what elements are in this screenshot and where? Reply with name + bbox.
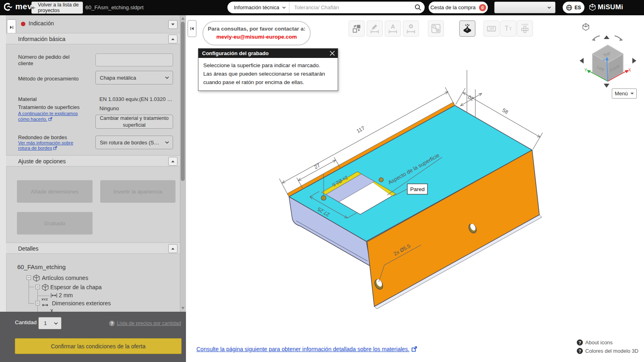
basic-info-collapse-button[interactable] <box>168 35 178 43</box>
project-select[interactable] <box>494 2 555 13</box>
external-link-icon <box>48 117 52 121</box>
viewcube-menu-button[interactable]: Menú <box>612 88 637 99</box>
chevron-up-icon <box>171 38 175 40</box>
chevron-up-icon <box>171 160 175 162</box>
misumi-brand: MiSUMi <box>589 3 623 11</box>
order-number-label-line1: Número de pedido del <box>18 54 70 60</box>
edge-rounding-link-line1[interactable]: Ver más información sobre <box>18 140 73 145</box>
rotate-right-step-arrow[interactable] <box>632 58 636 64</box>
expand-right-icon <box>10 25 14 29</box>
rotate-down-arrow[interactable] <box>604 84 609 88</box>
rotate-up-arrow[interactable] <box>604 35 609 39</box>
menu-label: Menú <box>615 90 628 97</box>
dim-58: 58 <box>501 107 509 115</box>
about-icons-link[interactable]: ? About icons <box>577 339 613 346</box>
quantity-value: 1 <box>44 320 47 326</box>
materials-info-link[interactable]: Consulte la página siguiente para obtene… <box>196 346 417 352</box>
tree-collapse-toggle[interactable] <box>27 276 31 280</box>
rotate-left-step-arrow[interactable] <box>580 58 584 64</box>
section-options: Ajuste de opciones <box>6 155 180 167</box>
edge-rounding-value: Sin rotura de bordes (S… <box>100 140 159 146</box>
confirm-offer-button[interactable]: Confirmar las condiciones de la oferta <box>15 338 182 354</box>
edge-rounding-select[interactable]: Sin rotura de bordes (S… <box>95 136 173 149</box>
sidebar-scrollbar-thumb[interactable] <box>181 22 185 181</box>
cart-count-badge: 0 <box>479 4 486 11</box>
search-input[interactable] <box>289 4 411 10</box>
details-collapse-button[interactable] <box>168 244 178 253</box>
language-button[interactable]: ES <box>563 2 584 13</box>
edge-link-text2: rotura de bordes <box>18 146 52 150</box>
chevron-down-icon <box>171 23 175 26</box>
material-value: EN 1.0330 equiv.(EN 1.0320 … <box>99 96 173 102</box>
engrave-button[interactable]: Grabado <box>17 212 93 234</box>
tree-collapse-toggle[interactable] <box>35 301 40 305</box>
cart-button[interactable]: Cesta de la compra 0 <box>429 2 488 13</box>
material-label: Material <box>18 96 37 103</box>
indication-collapse-button[interactable] <box>168 20 178 29</box>
tree-connector <box>37 296 50 296</box>
tree-collapse-toggle[interactable] <box>35 285 40 289</box>
chevron-down-icon <box>547 6 551 9</box>
quantity-select[interactable]: 1 <box>38 317 62 329</box>
surface-link-text1: A continuación te explicamos <box>18 111 78 116</box>
search-icon <box>415 4 421 11</box>
question-icon: ? <box>577 339 583 346</box>
sidebar-rail <box>0 15 6 362</box>
quantity-label: Cantidad <box>15 319 37 325</box>
edge-rounding-link-line2[interactable]: rotura de bordes <box>18 146 57 150</box>
price-list-link-text: Lista de precios por cantidad <box>117 321 181 326</box>
processing-method-value: Chapa metálica <box>100 75 136 81</box>
xyz-dimensions-icon: XYZ <box>41 298 50 305</box>
price-list-link[interactable]: ? Lista de precios por cantidad <box>109 321 181 326</box>
model-colors-link[interactable]: ? Colores del modelo 3D <box>577 348 638 354</box>
add-dimensions-button[interactable]: Añadir dimensiones <box>17 180 93 203</box>
back-button-label: Volver a la lista de proyectos <box>38 2 83 13</box>
tree-connector <box>29 287 34 287</box>
tree-root[interactable]: 60_FAsm_etching <box>17 263 66 270</box>
materials-info-link-text: Consulte la página siguiente para obtene… <box>196 346 409 352</box>
section-basic-info: Información básica <box>6 33 180 44</box>
tree-item-thickness-value[interactable]: 2 mm <box>59 292 73 298</box>
tree-connector <box>29 280 29 303</box>
search-button[interactable] <box>411 2 425 13</box>
tree-item-dimensions[interactable]: Dimensiones exteriores <box>52 300 111 306</box>
processing-method-select[interactable]: Chapa metálica <box>95 71 173 84</box>
chevron-down-icon <box>282 6 286 9</box>
invert-appearance-button[interactable]: Invertir la apariencia <box>100 180 175 203</box>
surface-link-text2: cómo hacerlo. <box>18 117 47 121</box>
axis-y-label: Y <box>584 68 587 72</box>
misumi-brand-label: MiSUMi <box>598 3 623 11</box>
surface-treatment-help-link-line2[interactable]: cómo hacerlo. <box>18 117 52 121</box>
rotate-left-arrow[interactable] <box>592 36 600 41</box>
scrollbar-up-arrow[interactable] <box>181 17 185 20</box>
about-icons-text: About icons <box>585 339 613 346</box>
cube-icon <box>33 274 40 282</box>
external-link-icon <box>53 146 57 150</box>
tree-item-thickness[interactable]: Espesor de la chapa <box>50 284 102 290</box>
rotate-right-arrow[interactable] <box>615 36 623 41</box>
scrollbar-down-arrow[interactable] <box>181 306 185 310</box>
axis-x-label: X <box>628 68 631 72</box>
thickness-ruler-icon <box>50 293 58 298</box>
isometric-view-icon[interactable] <box>583 24 589 31</box>
xyz-icon-text: XYZ <box>41 298 50 301</box>
sidebar: Indicación Información básica Número de … <box>0 15 186 362</box>
misumi-cube-icon <box>589 4 596 11</box>
options-collapse-button[interactable] <box>168 157 178 166</box>
indication-status-dot <box>21 22 25 26</box>
external-link-icon <box>411 346 417 352</box>
edge-rounding-label: Redondeo de bordes <box>18 134 67 141</box>
search-category-dropdown[interactable]: Información técnica <box>227 2 289 13</box>
dim-117: 117 <box>355 125 365 134</box>
processing-method-label: Método de procesamiento <box>18 76 78 82</box>
surface-treatment-help-link-line1[interactable]: A continuación te explicamos <box>18 111 78 116</box>
globe-icon <box>566 4 572 11</box>
cube-icon <box>41 284 49 291</box>
change-material-button[interactable]: Cambiar material y tratamiento superfici… <box>95 115 173 129</box>
tree-item-common[interactable]: Artículos comunes <box>42 275 88 281</box>
model-colors-text: Colores del modelo 3D <box>585 348 638 354</box>
order-number-label-line2: cliente <box>18 60 33 67</box>
order-number-input[interactable] <box>95 53 173 66</box>
model-small-hole-2[interactable] <box>379 178 384 182</box>
back-to-projects-button[interactable]: Volver a la lista de proyectos <box>31 2 83 14</box>
